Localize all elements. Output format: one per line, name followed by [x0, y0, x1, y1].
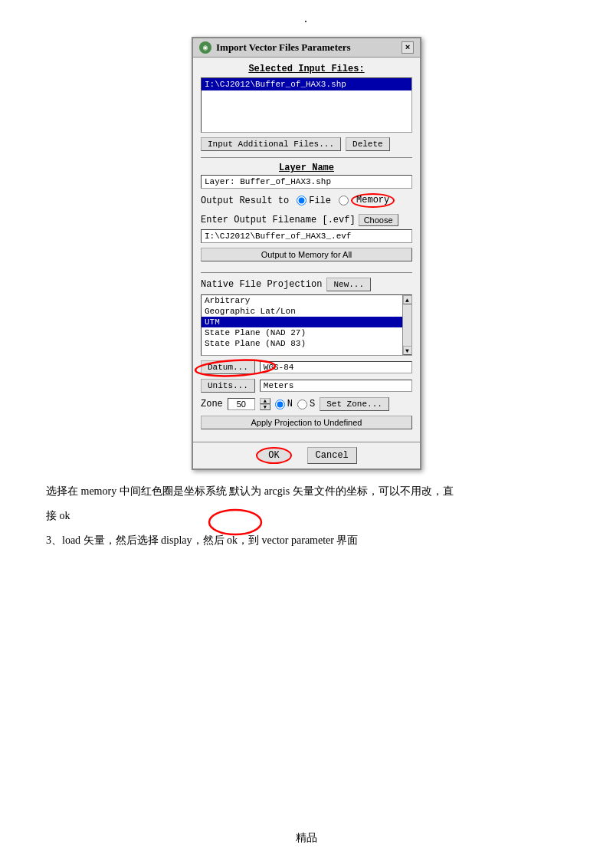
dot-separator: · [46, 15, 567, 29]
output-path-input[interactable]: I:\CJ2012\Buffer_of_HAX3_.evf [201, 229, 412, 243]
zone-spinner: ▲ ▼ [260, 398, 270, 410]
new-projection-button[interactable]: New... [326, 278, 371, 291]
app-icon: ◉ [199, 41, 211, 54]
selected-files-label: Selected Input Files: [201, 64, 412, 74]
datum-row: Datum... WGS-84 [201, 360, 412, 374]
caption-line3: 3、load 矢量，然后选择 display，然后 ok，到 vector pa… [46, 531, 567, 550]
close-button[interactable]: × [402, 41, 414, 54]
dialog-footer: OK Cancel [193, 442, 420, 469]
delete-button[interactable]: Delete [346, 137, 390, 151]
projection-list[interactable]: Arbitrary Geographic Lat/Lon UTM State P… [201, 294, 412, 356]
layer-name-input[interactable]: Layer: Buffer_of_HAX3.shp [201, 175, 412, 189]
zone-row: Zone ▲ ▼ N S Set Zone... [201, 397, 412, 411]
separator2 [201, 272, 412, 273]
output-filename-label: Enter Output Filename [.evf] [201, 215, 356, 225]
page: · ◉ Import Vector Files Parameters × Sel… [0, 0, 613, 868]
radio-south-label: S [310, 399, 315, 409]
units-value: Meters [260, 380, 412, 392]
scroll-down-arrow[interactable]: ▼ [403, 346, 412, 355]
radio-north[interactable] [275, 399, 285, 409]
radio-memory[interactable] [339, 196, 349, 205]
apply-projection-button[interactable]: Apply Projection to Undefined [201, 416, 412, 429]
units-row: Units... Meters [201, 379, 412, 393]
proj-item-state-nad83[interactable]: State Plane (NAD 83) [202, 338, 411, 349]
radio-memory-option[interactable]: Memory [339, 193, 395, 208]
proj-item-arbitrary[interactable]: Arbitrary [202, 295, 411, 306]
proj-item-utm[interactable]: UTM [202, 317, 411, 327]
layer-name-label: Layer Name [201, 163, 412, 173]
datum-value: WGS-84 [260, 361, 412, 373]
proj-item-state-nad27[interactable]: State Plane (NAD 27) [202, 327, 411, 338]
radio-file-option[interactable]: File [297, 196, 331, 206]
scroll-up-arrow[interactable]: ▲ [403, 295, 412, 304]
dialog-title: Import Vector Files Parameters [216, 41, 351, 54]
datum-button[interactable]: Datum... [201, 360, 255, 374]
zone-label: Zone [201, 399, 223, 409]
file-buttons-row: Input Additional Files... Delete [201, 137, 412, 151]
input-additional-files-button[interactable]: Input Additional Files... [201, 137, 341, 151]
dialog-titlebar: ◉ Import Vector Files Parameters × [193, 38, 420, 58]
cancel-button[interactable]: Cancel [307, 447, 357, 464]
choose-button[interactable]: Choose [359, 214, 398, 226]
proj-item-geographic[interactable]: Geographic Lat/Lon [202, 306, 411, 317]
radio-memory-label: Memory [351, 193, 395, 208]
radio-north-option[interactable]: N [275, 399, 293, 409]
output-memory-all-button[interactable]: Output to Memory for All [201, 248, 412, 261]
titlebar-left: ◉ Import Vector Files Parameters [199, 41, 351, 54]
output-filename-row: Enter Output Filename [.evf] Choose [201, 214, 412, 226]
output-result-label: Output Result to [201, 196, 289, 206]
dialog-wrapper: ◉ Import Vector Files Parameters × Selec… [46, 37, 567, 470]
native-proj-label: Native File Projection [201, 279, 322, 290]
zone-spin-down[interactable]: ▼ [260, 404, 270, 410]
ok-button[interactable]: OK [256, 447, 291, 464]
page-footer: 精品 [0, 831, 613, 845]
caption-line1: 选择在 memory 中间红色圈是坐标系统 默认为 arcgis 矢量文件的坐标… [46, 482, 567, 501]
output-result-row: Output Result to File Memory [201, 193, 412, 208]
separator1 [201, 157, 412, 158]
radio-file-label: File [309, 196, 331, 206]
proj-scrollbar[interactable]: ▲ ▼ [402, 295, 411, 355]
radio-north-label: N [287, 399, 293, 409]
zone-input[interactable] [228, 398, 255, 410]
set-zone-button[interactable]: Set Zone... [320, 397, 389, 411]
caption-line2: 接 ok [46, 507, 567, 525]
radio-south-option[interactable]: S [297, 399, 315, 409]
radio-south[interactable] [297, 399, 307, 409]
zone-spin-up[interactable]: ▲ [260, 398, 270, 404]
native-proj-row: Native File Projection New... [201, 278, 412, 291]
radio-file[interactable] [297, 196, 306, 205]
units-button[interactable]: Units... [201, 379, 255, 393]
dialog-body: Selected Input Files: I:\CJ2012\Buffer_o… [193, 58, 420, 442]
dialog-window: ◉ Import Vector Files Parameters × Selec… [192, 37, 421, 470]
file-listbox-item[interactable]: I:\CJ2012\Buffer_of_HAX3.shp [202, 78, 411, 90]
scroll-track [403, 304, 411, 346]
file-listbox[interactable]: I:\CJ2012\Buffer_of_HAX3.shp [201, 77, 412, 133]
